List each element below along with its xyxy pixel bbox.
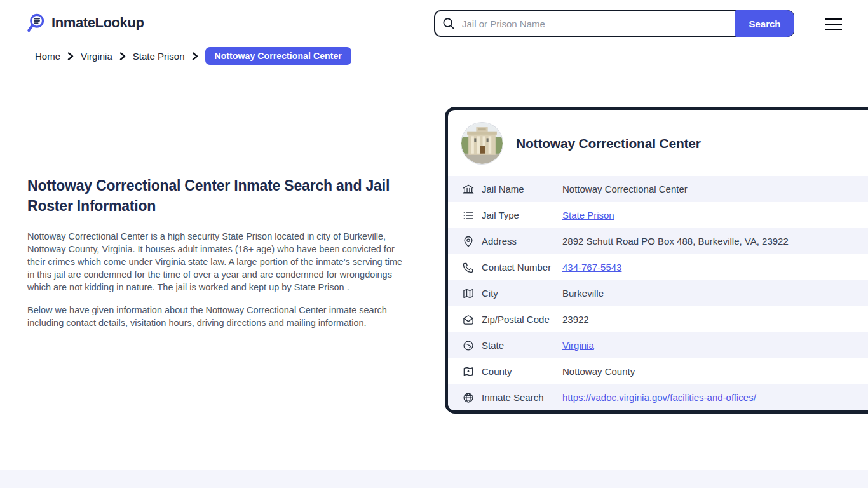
breadcrumb-link-home[interactable]: Home: [35, 51, 60, 62]
breadcrumb-link-state-prison[interactable]: State Prison: [133, 51, 185, 62]
detail-link-state[interactable]: Virginia: [562, 340, 594, 351]
brand-logo[interactable]: InmateLookup: [25, 13, 144, 33]
map-icon: [462, 287, 475, 300]
detail-row-contact: Contact Number 434-767-5543: [448, 254, 868, 280]
logo-magnifier-icon: [25, 13, 46, 33]
menu-button[interactable]: [825, 17, 842, 31]
map-pin-icon: [462, 235, 475, 248]
detail-label: City: [482, 288, 562, 299]
detail-row-jail-name: Jail Name Nottoway Correctional Center: [448, 176, 868, 202]
chevron-right-icon: [119, 52, 126, 60]
facility-details: Jail Name Nottoway Correctional Center J…: [448, 176, 868, 410]
footer-strip: [0, 470, 868, 488]
breadcrumb-link-virginia[interactable]: Virginia: [81, 51, 112, 62]
detail-link-jail-type[interactable]: State Prison: [562, 210, 614, 220]
detail-row-state: State Virginia: [448, 332, 868, 358]
detail-row-inmate-search: Inmate Search https://vadoc.virginia.gov…: [448, 384, 868, 410]
facility-card-header: Nottoway Correctional Center: [448, 110, 868, 176]
detail-label: Zip/Postal Code: [482, 314, 562, 325]
search-button[interactable]: Search: [735, 10, 794, 37]
detail-link-inmate-search[interactable]: https://vadoc.virginia.gov/facilities-an…: [562, 392, 756, 403]
phone-icon: [462, 261, 475, 274]
detail-row-county: County Nottoway County: [448, 358, 868, 384]
detail-label: Contact Number: [482, 262, 562, 273]
detail-value: Nottoway County: [562, 366, 635, 377]
facility-card: Nottoway Correctional Center Jail Name N…: [445, 107, 868, 414]
intro-paragraph: Below we have given information about th…: [27, 304, 409, 329]
detail-label: County: [482, 366, 562, 377]
intro-paragraph: Nottoway Correctional Center is a high s…: [27, 230, 409, 294]
detail-value: Nottoway Correctional Center: [562, 184, 688, 194]
envelope-icon: [462, 313, 475, 326]
detail-label: Jail Name: [482, 184, 562, 194]
breadcrumb: Home Virginia State Prison Nottoway Corr…: [35, 47, 351, 65]
detail-value: Burkeville: [562, 288, 604, 299]
hamburger-icon: [825, 18, 842, 30]
breadcrumb-current: Nottoway Correctional Center: [205, 47, 351, 65]
bank-icon: [462, 183, 475, 196]
detail-row-jail-type: Jail Type State Prison: [448, 202, 868, 228]
detail-row-address: Address 2892 Schutt Road PO Box 488, Bur…: [448, 228, 868, 254]
page-title: Nottoway Correctional Center Inmate Sear…: [27, 175, 395, 216]
detail-label: Jail Type: [482, 210, 562, 220]
chevron-right-icon: [67, 52, 74, 60]
list-icon: [462, 209, 475, 222]
county-map-icon: [462, 365, 475, 378]
search-icon: [442, 17, 456, 30]
search-bar: Search: [434, 10, 794, 37]
detail-label: State: [482, 340, 562, 351]
detail-label: Inmate Search: [482, 392, 562, 403]
detail-link-phone[interactable]: 434-767-5543: [562, 262, 621, 273]
detail-row-zip: Zip/Postal Code 23922: [448, 306, 868, 332]
detail-value: 2892 Schutt Road PO Box 488, Burkeville,…: [562, 236, 789, 247]
globe-icon: [462, 339, 475, 352]
facility-photo: [461, 123, 503, 164]
facility-card-title: Nottoway Correctional Center: [516, 136, 701, 151]
globe-wire-icon: [462, 391, 475, 404]
detail-row-city: City Burkeville: [448, 280, 868, 306]
chevron-right-icon: [192, 52, 198, 60]
brand-name: InmateLookup: [51, 15, 144, 31]
detail-value: 23922: [562, 314, 589, 325]
article: Nottoway Correctional Center Inmate Sear…: [27, 175, 409, 339]
detail-label: Address: [482, 236, 562, 247]
